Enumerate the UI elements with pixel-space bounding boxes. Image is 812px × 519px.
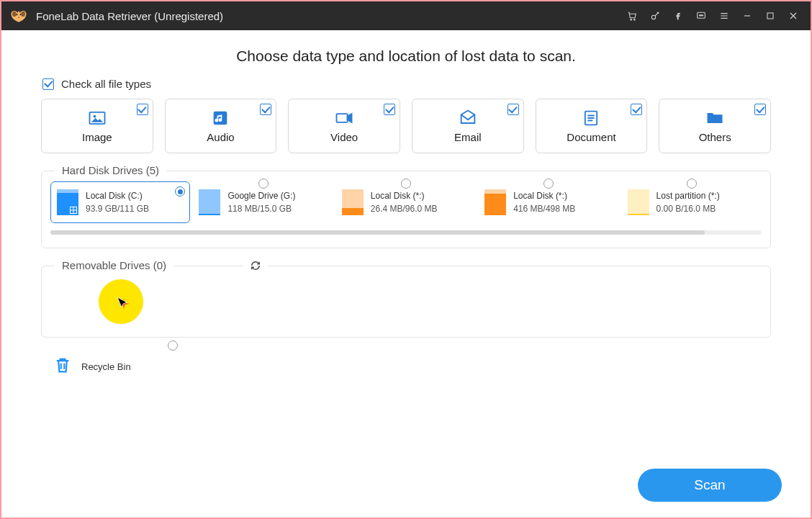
folder-icon <box>705 109 725 127</box>
check-all-filetypes[interactable]: Check all file types <box>42 78 771 90</box>
file-type-grid: Image Audio Video Em <box>41 99 771 153</box>
refresh-button[interactable] <box>243 259 268 275</box>
svg-rect-18 <box>74 207 77 210</box>
page-title: Choose data type and location of lost da… <box>41 48 771 65</box>
svg-point-9 <box>700 15 701 16</box>
type-label: Image <box>82 131 112 143</box>
radio-icon <box>175 186 185 197</box>
drive-icon <box>342 189 364 215</box>
drive-text: Local Disk (*:)416 MB/498 MB <box>513 189 575 215</box>
svg-point-6 <box>651 15 655 19</box>
svg-point-2 <box>12 12 17 17</box>
image-icon <box>87 109 107 127</box>
facebook-icon[interactable] <box>667 1 690 30</box>
app-window: FoneLab Data Retriever (Unregistered) Ch… <box>0 0 812 519</box>
feedback-icon[interactable] <box>690 1 713 30</box>
drive-icon <box>484 189 506 215</box>
document-icon <box>581 109 601 127</box>
svg-point-8 <box>699 15 700 16</box>
drive-size: 416 MB/498 MB <box>513 202 575 215</box>
close-button[interactable] <box>782 1 805 30</box>
drive-name: Local Disk (C:) <box>86 189 149 202</box>
recycle-bin-option[interactable]: Recycle Bin <box>53 355 197 378</box>
drive-name: Google Drive (G:) <box>227 189 295 202</box>
drive-text: Local Disk (*:)26.4 MB/96.0 MB <box>371 189 438 215</box>
svg-rect-11 <box>767 13 773 19</box>
drive-size: 93.9 GB/111 GB <box>86 202 149 215</box>
maximize-button[interactable] <box>759 1 782 30</box>
checkbox-icon <box>42 78 54 90</box>
radio-icon <box>687 179 697 189</box>
svg-rect-17 <box>71 207 73 210</box>
checkbox-icon <box>754 104 766 115</box>
type-card-email[interactable]: Email <box>412 99 524 153</box>
drive-name: Local Disk (*:) <box>513 189 575 202</box>
drive-card[interactable]: Google Drive (G:)118 MB/15.0 GB <box>193 181 333 223</box>
type-label: Others <box>699 131 731 143</box>
drive-icon <box>57 189 78 215</box>
svg-rect-20 <box>74 211 77 214</box>
drive-name: Local Disk (*:) <box>371 189 438 202</box>
svg-rect-19 <box>71 211 73 214</box>
removable-fieldset: Removable Drives (0) <box>41 266 771 338</box>
radio-icon <box>168 340 178 351</box>
minimize-button[interactable] <box>736 1 759 30</box>
drive-card[interactable]: Local Disk (C:)93.9 GB/111 GB <box>50 181 190 223</box>
app-title: FoneLab Data Retriever (Unregistered) <box>36 10 223 22</box>
radio-icon <box>543 179 554 189</box>
drive-icon <box>628 189 649 215</box>
hdd-fieldset: Hard Disk Drives (5) Local Disk (C:)93.9… <box>41 171 771 248</box>
drive-icon <box>199 189 220 215</box>
drive-text: Local Disk (C:)93.9 GB/111 GB <box>86 189 149 215</box>
checkbox-icon <box>137 104 148 115</box>
checkbox-icon <box>260 104 271 115</box>
radio-icon <box>258 179 269 189</box>
svg-point-4 <box>631 19 632 20</box>
type-card-audio[interactable]: Audio <box>165 99 277 153</box>
main-content: Choose data type and location of lost da… <box>1 30 811 518</box>
drive-size: 26.4 MB/96.0 MB <box>371 202 438 215</box>
type-card-image[interactable]: Image <box>41 99 153 153</box>
type-label: Document <box>567 131 615 143</box>
type-label: Audio <box>207 131 234 143</box>
drive-card[interactable]: Local Disk (*:)416 MB/498 MB <box>479 181 618 223</box>
removable-legend: Removable Drives (0) <box>55 259 173 271</box>
video-icon <box>334 109 354 127</box>
checkbox-icon <box>631 104 642 115</box>
svg-point-10 <box>702 15 703 16</box>
drive-size: 118 MB/15.0 GB <box>227 202 295 215</box>
check-all-label: Check all file types <box>61 78 151 90</box>
type-card-others[interactable]: Others <box>659 99 771 153</box>
svg-point-13 <box>93 114 96 117</box>
checkbox-icon <box>508 104 519 115</box>
audio-icon <box>210 109 230 127</box>
drive-text: Lost partition (*:)0.00 B/16.0 MB <box>657 189 720 215</box>
drive-card[interactable]: Lost partition (*:)0.00 B/16.0 MB <box>622 181 762 223</box>
radio-icon <box>401 179 411 189</box>
drive-card[interactable]: Local Disk (*:)26.4 MB/96.0 MB <box>336 181 476 223</box>
horizontal-scrollbar[interactable] <box>50 230 762 235</box>
type-card-document[interactable]: Document <box>536 99 648 153</box>
key-icon[interactable] <box>644 1 667 30</box>
titlebar: FoneLab Data Retriever (Unregistered) <box>1 1 811 30</box>
svg-rect-15 <box>337 114 348 122</box>
drive-size: 0.00 B/16.0 MB <box>657 202 720 215</box>
scan-button[interactable]: Scan <box>638 469 782 502</box>
trash-icon <box>53 355 73 378</box>
svg-rect-14 <box>214 111 227 125</box>
svg-point-5 <box>633 19 635 20</box>
type-label: Video <box>330 131 358 143</box>
drive-text: Google Drive (G:)118 MB/15.0 GB <box>227 189 295 215</box>
recycle-label: Recycle Bin <box>81 361 131 372</box>
drive-name: Lost partition (*:) <box>657 189 720 202</box>
svg-point-3 <box>21 12 25 17</box>
type-card-video[interactable]: Video <box>288 99 400 153</box>
menu-icon[interactable] <box>713 1 736 30</box>
app-logo-icon <box>9 6 29 26</box>
email-icon <box>458 109 478 127</box>
hdd-legend: Hard Disk Drives (5) <box>55 164 166 176</box>
drive-row: Local Disk (C:)93.9 GB/111 GBGoogle Driv… <box>50 181 762 223</box>
type-label: Email <box>454 131 482 143</box>
checkbox-icon <box>384 104 395 115</box>
cart-icon[interactable] <box>621 1 644 30</box>
